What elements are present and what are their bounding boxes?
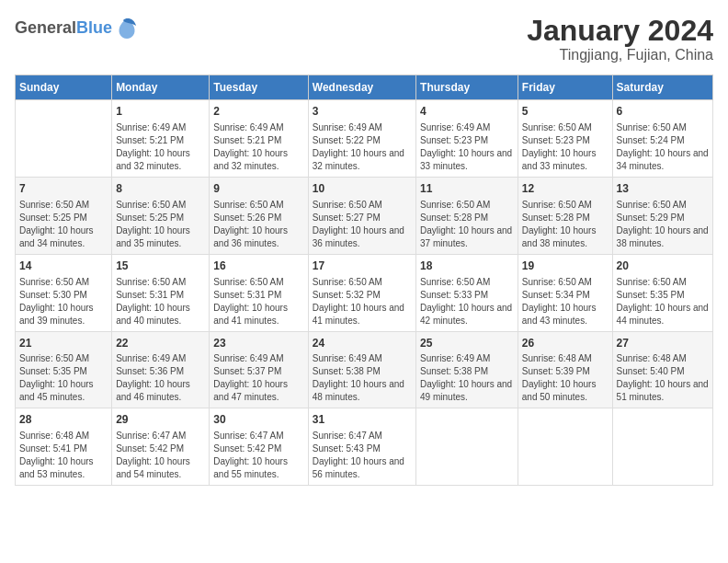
- calendar-cell: 17Sunrise: 6:50 AMSunset: 5:32 PMDayligh…: [308, 254, 415, 331]
- day-info: Sunrise: 6:50 AMSunset: 5:23 PMDaylight:…: [522, 121, 609, 173]
- logo-general-text: General: [15, 18, 76, 37]
- calendar-cell: [416, 408, 518, 486]
- title-area: January 2024 Tingjiang, Fujian, China: [527, 15, 713, 63]
- calendar-cell: 13Sunrise: 6:50 AMSunset: 5:29 PMDayligh…: [612, 177, 712, 254]
- day-info: Sunrise: 6:48 AMSunset: 5:40 PMDaylight:…: [617, 352, 709, 404]
- day-number: 28: [19, 412, 108, 428]
- calendar-cell: [16, 100, 112, 178]
- day-info: Sunrise: 6:50 AMSunset: 5:31 PMDaylight:…: [116, 276, 205, 327]
- header-day-friday: Friday: [518, 75, 612, 100]
- day-info: Sunrise: 6:49 AMSunset: 5:38 PMDaylight:…: [420, 352, 514, 404]
- calendar-cell: 11Sunrise: 6:50 AMSunset: 5:28 PMDayligh…: [416, 177, 518, 254]
- header-day-wednesday: Wednesday: [308, 75, 415, 100]
- day-info: Sunrise: 6:50 AMSunset: 5:33 PMDaylight:…: [420, 276, 514, 327]
- calendar-cell: 26Sunrise: 6:48 AMSunset: 5:39 PMDayligh…: [518, 331, 612, 408]
- calendar-cell: 29Sunrise: 6:47 AMSunset: 5:42 PMDayligh…: [112, 408, 210, 486]
- logo-icon: [114, 15, 140, 40]
- day-number: 20: [617, 259, 709, 274]
- day-number: 17: [313, 259, 412, 274]
- day-info: Sunrise: 6:50 AMSunset: 5:35 PMDaylight:…: [617, 276, 709, 327]
- day-info: Sunrise: 6:50 AMSunset: 5:35 PMDaylight:…: [19, 352, 108, 404]
- calendar-week-row: 7Sunrise: 6:50 AMSunset: 5:25 PMDaylight…: [16, 177, 713, 254]
- day-number: 10: [313, 181, 412, 197]
- day-number: 15: [116, 259, 205, 274]
- day-info: Sunrise: 6:50 AMSunset: 5:27 PMDaylight:…: [313, 199, 412, 250]
- calendar-cell: 1Sunrise: 6:49 AMSunset: 5:21 PMDaylight…: [112, 100, 210, 178]
- calendar-cell: 28Sunrise: 6:48 AMSunset: 5:41 PMDayligh…: [16, 408, 112, 486]
- calendar-cell: 6Sunrise: 6:50 AMSunset: 5:24 PMDaylight…: [612, 100, 712, 178]
- day-number: 18: [420, 259, 514, 274]
- day-number: 19: [522, 259, 609, 274]
- calendar-cell: 5Sunrise: 6:50 AMSunset: 5:23 PMDaylight…: [518, 100, 612, 178]
- day-number: 3: [313, 104, 412, 120]
- calendar-cell: 21Sunrise: 6:50 AMSunset: 5:35 PMDayligh…: [16, 331, 112, 408]
- calendar-cell: 14Sunrise: 6:50 AMSunset: 5:30 PMDayligh…: [16, 254, 112, 331]
- day-info: Sunrise: 6:47 AMSunset: 5:42 PMDaylight:…: [116, 430, 205, 481]
- calendar-cell: 8Sunrise: 6:50 AMSunset: 5:25 PMDaylight…: [112, 177, 210, 254]
- calendar-cell: 2Sunrise: 6:49 AMSunset: 5:21 PMDaylight…: [210, 100, 308, 178]
- day-number: 21: [19, 336, 108, 351]
- calendar-cell: 15Sunrise: 6:50 AMSunset: 5:31 PMDayligh…: [112, 254, 210, 331]
- calendar-cell: 23Sunrise: 6:49 AMSunset: 5:37 PMDayligh…: [210, 331, 308, 408]
- logo-blue-text: Blue: [76, 18, 112, 37]
- header-day-thursday: Thursday: [416, 75, 518, 100]
- day-number: 4: [420, 104, 514, 120]
- day-info: Sunrise: 6:49 AMSunset: 5:37 PMDaylight:…: [213, 352, 303, 404]
- calendar-cell: 20Sunrise: 6:50 AMSunset: 5:35 PMDayligh…: [612, 254, 712, 331]
- day-number: 2: [213, 104, 303, 120]
- day-info: Sunrise: 6:50 AMSunset: 5:25 PMDaylight:…: [19, 199, 108, 250]
- header-day-saturday: Saturday: [612, 75, 712, 100]
- day-number: 24: [313, 336, 412, 351]
- day-info: Sunrise: 6:50 AMSunset: 5:26 PMDaylight:…: [213, 199, 303, 250]
- day-number: 26: [522, 336, 609, 351]
- day-info: Sunrise: 6:49 AMSunset: 5:21 PMDaylight:…: [213, 121, 303, 173]
- day-info: Sunrise: 6:47 AMSunset: 5:42 PMDaylight:…: [213, 430, 303, 481]
- calendar-cell: 24Sunrise: 6:49 AMSunset: 5:38 PMDayligh…: [308, 331, 415, 408]
- day-number: 30: [213, 412, 303, 428]
- calendar-week-row: 14Sunrise: 6:50 AMSunset: 5:30 PMDayligh…: [16, 254, 713, 331]
- day-info: Sunrise: 6:47 AMSunset: 5:43 PMDaylight:…: [313, 430, 412, 481]
- calendar-cell: 7Sunrise: 6:50 AMSunset: 5:25 PMDaylight…: [16, 177, 112, 254]
- header-day-sunday: Sunday: [16, 75, 112, 100]
- calendar-cell: 25Sunrise: 6:49 AMSunset: 5:38 PMDayligh…: [416, 331, 518, 408]
- day-number: 6: [617, 104, 709, 120]
- day-number: 9: [213, 181, 303, 197]
- calendar-cell: [518, 408, 612, 486]
- day-info: Sunrise: 6:49 AMSunset: 5:21 PMDaylight:…: [116, 121, 205, 173]
- calendar-cell: 10Sunrise: 6:50 AMSunset: 5:27 PMDayligh…: [308, 177, 415, 254]
- calendar-cell: 19Sunrise: 6:50 AMSunset: 5:34 PMDayligh…: [518, 254, 612, 331]
- day-number: 7: [19, 181, 108, 197]
- day-number: 13: [617, 181, 709, 197]
- day-info: Sunrise: 6:48 AMSunset: 5:41 PMDaylight:…: [19, 430, 108, 481]
- day-number: 29: [116, 412, 205, 428]
- page-title: January 2024: [527, 15, 713, 47]
- calendar-cell: 4Sunrise: 6:49 AMSunset: 5:23 PMDaylight…: [416, 100, 518, 178]
- day-number: 16: [213, 259, 303, 274]
- calendar-header-row: SundayMondayTuesdayWednesdayThursdayFrid…: [16, 75, 713, 100]
- header-day-tuesday: Tuesday: [210, 75, 308, 100]
- calendar-week-row: 1Sunrise: 6:49 AMSunset: 5:21 PMDaylight…: [16, 100, 713, 178]
- day-number: 11: [420, 181, 514, 197]
- calendar-table: SundayMondayTuesdayWednesdayThursdayFrid…: [15, 75, 713, 486]
- calendar-cell: 27Sunrise: 6:48 AMSunset: 5:40 PMDayligh…: [612, 331, 712, 408]
- calendar-week-row: 21Sunrise: 6:50 AMSunset: 5:35 PMDayligh…: [16, 331, 713, 408]
- header: GeneralBlue January 2024 Tingjiang, Fuji…: [15, 15, 713, 63]
- calendar-cell: 22Sunrise: 6:49 AMSunset: 5:36 PMDayligh…: [112, 331, 210, 408]
- day-info: Sunrise: 6:50 AMSunset: 5:28 PMDaylight:…: [522, 199, 609, 250]
- day-info: Sunrise: 6:50 AMSunset: 5:24 PMDaylight:…: [617, 121, 709, 173]
- day-info: Sunrise: 6:50 AMSunset: 5:30 PMDaylight:…: [19, 276, 108, 327]
- day-number: 14: [19, 259, 108, 274]
- day-info: Sunrise: 6:49 AMSunset: 5:23 PMDaylight:…: [420, 121, 514, 173]
- day-info: Sunrise: 6:50 AMSunset: 5:29 PMDaylight:…: [617, 199, 709, 250]
- day-info: Sunrise: 6:48 AMSunset: 5:39 PMDaylight:…: [522, 352, 609, 404]
- calendar-cell: 12Sunrise: 6:50 AMSunset: 5:28 PMDayligh…: [518, 177, 612, 254]
- day-info: Sunrise: 6:49 AMSunset: 5:22 PMDaylight:…: [313, 121, 412, 173]
- calendar-cell: 18Sunrise: 6:50 AMSunset: 5:33 PMDayligh…: [416, 254, 518, 331]
- header-day-monday: Monday: [112, 75, 210, 100]
- day-number: 27: [617, 336, 709, 351]
- calendar-cell: [612, 408, 712, 486]
- day-info: Sunrise: 6:49 AMSunset: 5:36 PMDaylight:…: [116, 352, 205, 404]
- day-info: Sunrise: 6:50 AMSunset: 5:32 PMDaylight:…: [313, 276, 412, 327]
- calendar-week-row: 28Sunrise: 6:48 AMSunset: 5:41 PMDayligh…: [16, 408, 713, 486]
- calendar-cell: 16Sunrise: 6:50 AMSunset: 5:31 PMDayligh…: [210, 254, 308, 331]
